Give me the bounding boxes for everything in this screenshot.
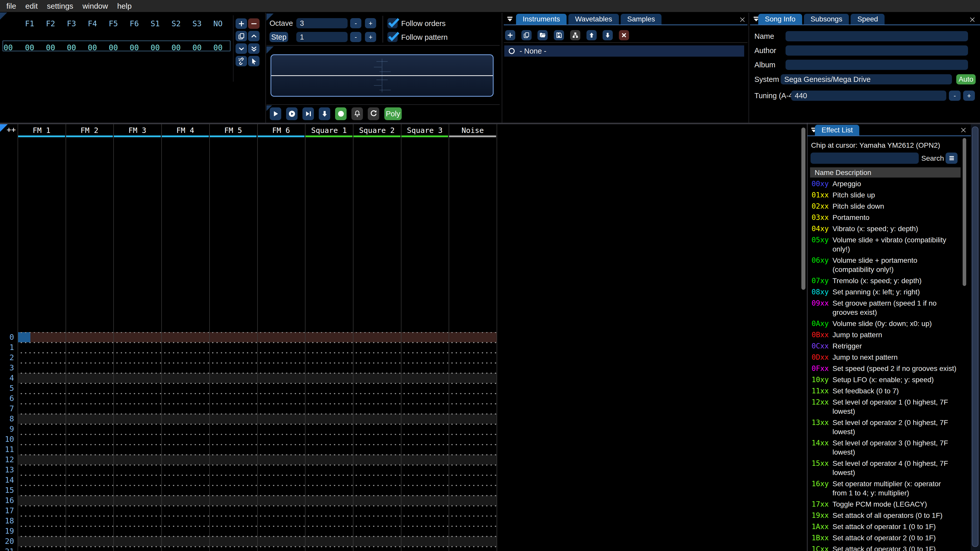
step-input[interactable]: 1 — [296, 32, 348, 42]
play-from-cursor-button[interactable] — [302, 107, 314, 120]
song-name-input[interactable] — [786, 31, 968, 41]
effect-description: Vibrato (x: speed; y: depth) — [832, 224, 965, 233]
song-album-input[interactable] — [786, 60, 968, 70]
effect-search-input[interactable] — [811, 152, 919, 164]
duplicate-order-end-button[interactable] — [248, 43, 259, 54]
channel-header-fm-2[interactable]: FM 2 — [65, 126, 114, 135]
collapse-panel-icon[interactable] — [506, 15, 514, 24]
order-cell[interactable]: 00 — [21, 43, 38, 52]
orders-column-S3[interactable]: S3 — [188, 19, 206, 28]
system-auto-button[interactable]: Auto — [956, 74, 976, 84]
order-cell[interactable]: 00 — [41, 43, 59, 52]
close-icon[interactable] — [959, 126, 967, 134]
octave-input[interactable]: 3 — [296, 18, 348, 28]
octave-decrease-button[interactable]: - — [350, 18, 361, 28]
close-icon[interactable] — [969, 16, 976, 24]
instrument-list-item[interactable]: - None - — [504, 45, 744, 57]
save-instrument-button[interactable] — [554, 30, 564, 40]
add-instrument-button[interactable] — [505, 30, 515, 40]
panel-scrollbar[interactable] — [972, 127, 978, 547]
step-decrease-button[interactable]: - — [350, 32, 361, 42]
orders-column-S1[interactable]: S1 — [146, 19, 164, 28]
orders-column-F5[interactable]: F5 — [104, 19, 122, 28]
row-number: 18 — [0, 516, 14, 526]
follow-orders-checkbox[interactable] — [387, 18, 398, 28]
delete-instrument-button[interactable] — [619, 30, 629, 40]
channel-header-noise[interactable]: Noise — [449, 126, 496, 135]
repeat-pattern-button[interactable] — [368, 107, 379, 120]
instrument-tree-view-button[interactable] — [570, 30, 580, 40]
row-number: 5 — [0, 383, 14, 393]
system-select[interactable]: Sega Genesis/Mega Drive — [781, 74, 952, 84]
order-cell[interactable]: 00 — [125, 43, 143, 52]
play-pattern-button[interactable] — [286, 107, 298, 120]
channel-activity-bar — [66, 135, 113, 137]
duplicate-instrument-button[interactable] — [522, 30, 531, 40]
move-order-up-button[interactable] — [248, 31, 259, 41]
menu-item-settings[interactable]: settings — [47, 2, 73, 11]
tab-speed[interactable]: Speed — [851, 14, 885, 24]
channel-header-square-2[interactable]: Square 2 — [353, 126, 401, 135]
menu-item-edit[interactable]: edit — [25, 2, 38, 11]
open-instrument-button[interactable] — [538, 30, 548, 40]
channel-header-fm-1[interactable]: FM 1 — [18, 126, 65, 135]
channel-header-fm-4[interactable]: FM 4 — [161, 126, 209, 135]
channel-header-fm-5[interactable]: FM 5 — [209, 126, 257, 135]
pattern-corner-label[interactable]: ++ — [6, 125, 16, 134]
orders-column-F1[interactable]: F1 — [21, 19, 38, 28]
order-cell[interactable]: 00 — [83, 43, 101, 52]
effect-code: 0Fxx — [811, 364, 832, 373]
menu-item-window[interactable]: window — [83, 2, 108, 11]
order-cell[interactable]: 00 — [146, 43, 164, 52]
tab-song-info[interactable]: Song Info — [758, 14, 802, 24]
song-info-panel: Song InfoSubsongsSpeed Name Author Album… — [750, 13, 980, 123]
tab-samples[interactable]: Samples — [620, 14, 662, 24]
order-cell[interactable]: 00 — [209, 43, 227, 52]
tab-wavetables[interactable]: Wavetables — [568, 14, 619, 24]
panel-corner-decoration — [266, 46, 274, 54]
tuning-decrease-button[interactable]: - — [949, 91, 961, 101]
add-order-button[interactable] — [235, 18, 247, 29]
follow-pattern-checkbox[interactable] — [387, 32, 398, 42]
orders-column-F2[interactable]: F2 — [41, 19, 59, 28]
order-edit-mode-button[interactable] — [248, 56, 259, 66]
remove-order-button[interactable] — [248, 18, 259, 29]
order-cell[interactable]: 00 — [104, 43, 122, 52]
hamburger-menu-icon[interactable] — [945, 152, 958, 164]
tab-effect-list[interactable]: Effect List — [815, 125, 859, 135]
stop-button[interactable] — [335, 107, 347, 120]
orders-column-S2[interactable]: S2 — [167, 19, 185, 28]
channel-header-fm-3[interactable]: FM 3 — [113, 126, 161, 135]
pattern-scrollbar[interactable] — [801, 127, 805, 290]
step-one-row-button[interactable] — [319, 107, 330, 120]
channel-header-fm-6[interactable]: FM 6 — [257, 126, 305, 135]
order-cell[interactable]: 00 — [188, 43, 206, 52]
move-order-down-button[interactable] — [235, 43, 247, 54]
play-button[interactable] — [270, 107, 281, 120]
orders-column-F6[interactable]: F6 — [125, 19, 143, 28]
move-instrument-up-button[interactable] — [587, 30, 597, 40]
song-author-input[interactable] — [786, 45, 968, 56]
step-increase-button[interactable]: + — [365, 32, 376, 42]
tuning-input[interactable]: 440 — [791, 91, 946, 101]
tuning-increase-button[interactable]: + — [963, 91, 975, 101]
channel-header-square-1[interactable]: Square 1 — [305, 126, 353, 135]
poly-button[interactable]: Poly — [384, 107, 402, 120]
metronome-button[interactable] — [352, 107, 363, 120]
order-cell[interactable]: 00 — [62, 43, 80, 52]
orders-column-F4[interactable]: F4 — [83, 19, 101, 28]
duplicate-order-button[interactable] — [235, 31, 247, 41]
tab-instruments[interactable]: Instruments — [516, 14, 566, 24]
orders-column-NO[interactable]: NO — [209, 19, 227, 28]
octave-increase-button[interactable]: + — [365, 18, 376, 28]
orders-column-F3[interactable]: F3 — [62, 19, 80, 28]
tab-subsongs[interactable]: Subsongs — [804, 14, 849, 24]
deep-clone-order-button[interactable] — [235, 56, 247, 66]
effect-table-scrollbar[interactable] — [963, 138, 966, 286]
close-icon[interactable] — [738, 16, 746, 24]
order-cell[interactable]: 00 — [167, 43, 185, 52]
menu-item-file[interactable]: file — [6, 2, 16, 11]
move-instrument-down-button[interactable] — [603, 30, 613, 40]
menu-item-help[interactable]: help — [117, 2, 132, 11]
channel-header-square-3[interactable]: Square 3 — [401, 126, 449, 135]
